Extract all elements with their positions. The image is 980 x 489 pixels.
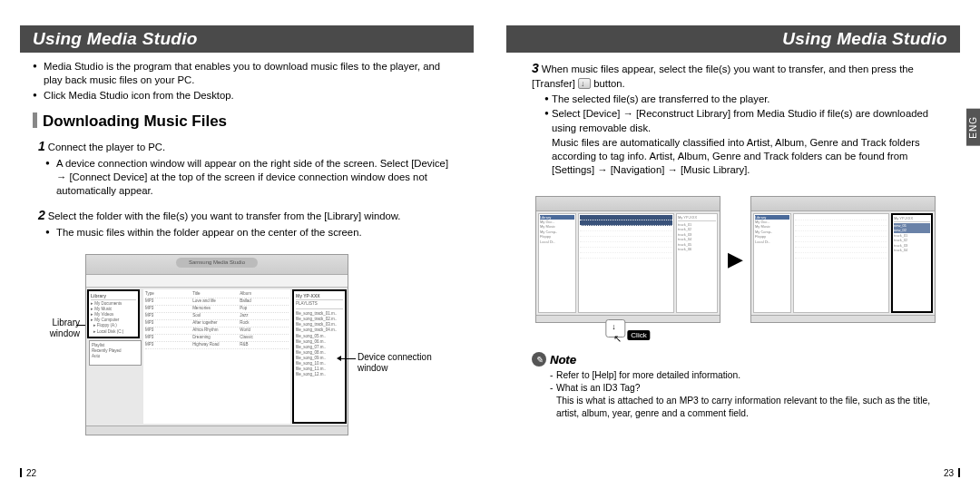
click-label: Click: [627, 330, 650, 340]
title-right: Using Media Studio: [782, 29, 947, 49]
language-tab: ENG: [966, 109, 980, 146]
app-window: Samsung Media Studio Library ▸ My Docume…: [85, 254, 348, 435]
step-1: 1Connect the player to PC.: [38, 138, 457, 155]
app-footer: [86, 425, 348, 435]
section-bar-icon: [33, 112, 37, 128]
title-left: Using Media Studio: [33, 29, 198, 49]
transfer-button-icon: [578, 78, 591, 89]
section-title-text: Downloading Music Files: [43, 112, 227, 130]
step-3: 3When music files appear, select the fil…: [532, 60, 938, 91]
callout-device-window: Device connection window: [358, 352, 444, 373]
intro-line-1: Media Studio is the program that enables…: [33, 60, 457, 88]
step-2-bullet: The music files within the folder appear…: [33, 226, 457, 240]
title-bar-left: Using Media Studio: [16, 25, 474, 53]
cursor-icon: ↖: [613, 332, 622, 346]
screenshot-area-right: LibraryMy Doc..My MusicMy Comp..FloppyLo…: [535, 196, 938, 323]
note-header: ✎ Note: [532, 352, 938, 368]
step-3-continuation: Music files are automatically classified…: [532, 136, 938, 178]
app-header-title: Samsung Media Studio: [176, 258, 258, 267]
note-label: Note: [550, 352, 576, 368]
step-3-bullet-1: The selected file(s) are transferred to …: [532, 93, 938, 106]
step-1-text: Connect the player to PC.: [48, 142, 165, 152]
step-2-num: 2: [38, 208, 45, 222]
app-header: Samsung Media Studio: [86, 255, 348, 275]
click-callout: ↓↖Click: [605, 319, 650, 341]
app-toolbar: [86, 275, 348, 288]
section-title: Downloading Music Files: [33, 112, 457, 132]
center-pane: TypeTitleAlbum MP3Love and lifeBallad MP…: [143, 289, 290, 424]
title-bar-right: Using Media Studio: [506, 25, 964, 53]
step-2-text: Select the folder with the file(s) you w…: [48, 210, 401, 221]
note-line-2: What is an ID3 Tag?: [550, 382, 938, 395]
right-content: 3When music files appear, select the fil…: [506, 60, 964, 420]
step-1-num: 1: [38, 139, 45, 153]
page-number-left: 22: [20, 468, 36, 478]
step-3-num: 3: [532, 61, 539, 75]
library-pane: Library ▸ My Documents ▸ My Music ▸ My V…: [87, 289, 140, 337]
intro-line-2: Click Media Studio icon from the Desktop…: [33, 89, 457, 103]
page-number-right: 23: [944, 468, 960, 478]
step-2: 2Select the folder with the file(s) you …: [38, 207, 457, 224]
left-content: Media Studio is the program that enables…: [16, 60, 474, 445]
note-body: Refer to [Help] for more detailed inform…: [532, 369, 938, 420]
left-page: Using Media Studio Media Studio is the p…: [0, 0, 490, 489]
mini-shot-after: LibraryMy Doc..My MusicMy Comp..FloppyLo…: [750, 196, 936, 323]
playlist-pane: Playlist Recently Played Auto: [89, 340, 142, 366]
right-page: Using Media Studio 3When music files app…: [490, 0, 980, 489]
callout-library-window: Library window: [34, 318, 80, 338]
mini-shot-before: LibraryMy Doc..My MusicMy Comp..FloppyLo…: [535, 196, 720, 323]
note-sub: This is what is attached to an MP3 to ca…: [550, 395, 938, 420]
note-line-1: Refer to [Help] for more detailed inform…: [550, 369, 938, 382]
arrow-right-icon: ▶: [728, 249, 743, 269]
step-3-text-b: button.: [593, 78, 625, 89]
screenshot-area-left: Library window Samsung Media Studio Libr…: [85, 254, 399, 445]
note-icon: ✎: [532, 352, 546, 367]
step-1-bullet: A device connection window will appear o…: [33, 157, 457, 199]
step-3-bullet-2: Select [Device] → [Reconstruct Library] …: [532, 107, 938, 135]
